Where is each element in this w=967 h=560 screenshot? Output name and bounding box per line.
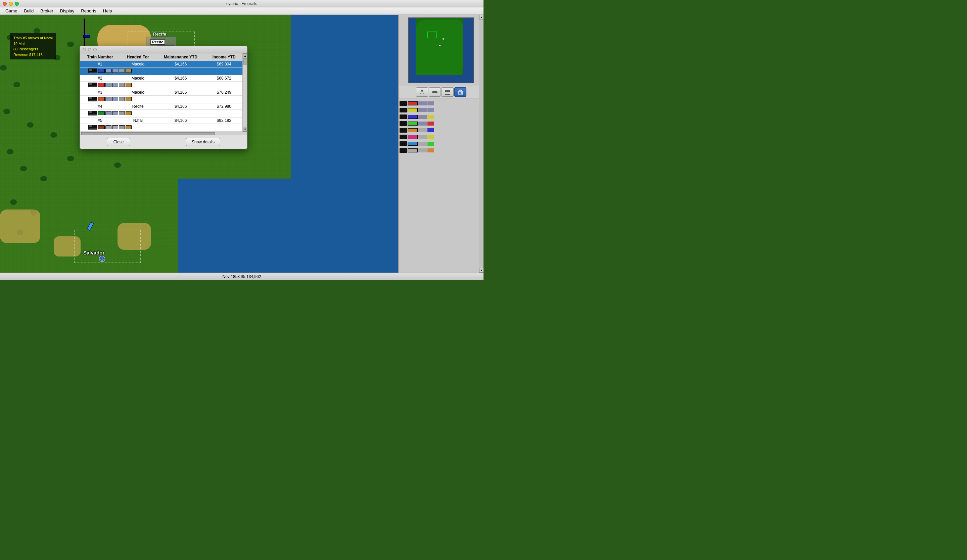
- table-scrollbar[interactable]: ▲ ▼: [243, 53, 247, 132]
- train-income-cell: $60,672: [206, 75, 243, 82]
- scroll-down-arrow[interactable]: ▼: [243, 127, 248, 132]
- dialog-min-dot: [88, 48, 91, 51]
- train-sprite-cell: [80, 68, 243, 75]
- col-headed-for: Headed For: [120, 53, 155, 61]
- svg-rect-2: [433, 91, 434, 92]
- panel-train-row-3: [399, 127, 483, 133]
- table-scroll-area[interactable]: Train Number Headed For Maintenance YTD …: [80, 53, 243, 132]
- menu-help[interactable]: Help: [101, 8, 115, 14]
- table-row[interactable]: #1 Maceio $4,166 $69,804: [80, 61, 243, 68]
- train-income-cell: $70,249: [206, 89, 243, 96]
- panel-btn-2[interactable]: [442, 87, 454, 97]
- scroll-up[interactable]: ▲: [479, 15, 484, 20]
- recife-label: Recife: [153, 31, 166, 36]
- panel-btn-1[interactable]: [429, 87, 441, 97]
- trees-12: [20, 166, 27, 171]
- trees-7: [67, 42, 74, 47]
- panel-train-row-3b: [399, 134, 483, 140]
- notification-line1: Train #5 arrives at Natal: [13, 35, 53, 41]
- menu-display[interactable]: Display: [58, 8, 77, 14]
- menu-build[interactable]: Build: [21, 8, 36, 14]
- window-title: cymric - Freerails: [226, 2, 257, 6]
- panel-btn-3[interactable]: [454, 87, 466, 97]
- train-car-blue: [83, 35, 90, 38]
- mini-map: [408, 18, 474, 83]
- menu-reports[interactable]: Reports: [78, 8, 99, 14]
- maximize-window-button[interactable]: [15, 2, 19, 6]
- train-income-cell: $72,980: [206, 104, 243, 110]
- notification-line3: 80 Passengers: [13, 46, 53, 52]
- right-scrollbar[interactable]: ▲ ▼: [479, 15, 484, 273]
- train-dialog: Train Number Headed For Maintenance YTD …: [79, 46, 248, 149]
- sand-1: [0, 209, 40, 243]
- close-window-button[interactable]: [3, 2, 7, 6]
- trees-5: [13, 82, 20, 87]
- train-sprite-cell: [80, 96, 243, 104]
- train-destination-cell: Recife: [120, 104, 155, 110]
- salvador-label: Salvador: [83, 250, 104, 255]
- notification-line4: Revenue $17,416: [13, 52, 53, 58]
- panel-controls: [399, 86, 484, 98]
- train-sprite-cell: [80, 82, 243, 89]
- scroll-down[interactable]: ▼: [479, 268, 484, 273]
- scroll-thumb[interactable]: [243, 58, 247, 65]
- train-sprite-cell: [80, 110, 243, 117]
- trees-13: [40, 176, 47, 181]
- train-income-cell: $69,804: [206, 61, 243, 68]
- panel-train-row-4b: [399, 147, 483, 153]
- train-maintenance-cell: $4,166: [156, 117, 206, 124]
- recife-tooltip: Recife: [150, 39, 165, 44]
- train-maintenance-cell: $4,166: [156, 89, 206, 96]
- dialog-buttons: Close Show details: [80, 135, 247, 149]
- svg-rect-5: [445, 93, 450, 93]
- close-button[interactable]: Close: [107, 138, 130, 146]
- salvador-icon: ⚓: [99, 256, 105, 262]
- table-train-image-row: [80, 68, 243, 75]
- train-destination-cell: Maceio: [120, 89, 155, 96]
- menu-game[interactable]: Game: [3, 8, 20, 14]
- ocean-south: [178, 179, 398, 273]
- train-number-cell: #4: [80, 104, 120, 110]
- table-wrapper: Train Number Headed For Maintenance YTD …: [80, 53, 247, 132]
- dialog-close-dot: [83, 48, 86, 51]
- col-income: Income YTD: [206, 53, 243, 61]
- train-maintenance-cell: $4,166: [156, 75, 206, 82]
- table-row[interactable]: #5 Natal $4,166 $92,183: [80, 117, 243, 124]
- svg-rect-7: [459, 92, 461, 94]
- mini-map-viewport: [427, 31, 437, 38]
- svg-rect-6: [445, 94, 450, 95]
- dialog-content: Train Number Headed For Maintenance YTD …: [80, 53, 247, 135]
- train-maintenance-cell: $4,166: [156, 104, 206, 110]
- sand-2: [117, 223, 151, 250]
- menu-broker[interactable]: Broker: [38, 8, 56, 14]
- panel-btn-0[interactable]: [416, 87, 428, 97]
- horizontal-scrollbar[interactable]: [80, 132, 247, 135]
- trees-17: [10, 199, 17, 205]
- show-details-button[interactable]: Show details: [186, 138, 220, 146]
- h-scrollbar-thumb[interactable]: [81, 132, 215, 135]
- dialog-max-dot: [93, 48, 97, 51]
- notification-box: Train #5 arrives at Natal 19 Mail 80 Pas…: [10, 33, 56, 59]
- scroll-up-arrow[interactable]: ▲: [243, 53, 248, 58]
- trees-8: [3, 109, 10, 114]
- table-row[interactable]: #4 Recife $4,166 $72,980: [80, 104, 243, 110]
- panel-train-row-2: [399, 114, 483, 120]
- table-row[interactable]: #2 Maceio $4,166 $60,672: [80, 75, 243, 82]
- train-destination-cell: Maceio: [120, 75, 155, 82]
- panel-train-row-2b: [399, 120, 483, 127]
- table-row[interactable]: #3 Maceio $4,166 $70,249: [80, 89, 243, 96]
- train-number-cell: #5: [80, 117, 120, 124]
- svg-rect-3: [445, 90, 450, 91]
- col-maintenance: Maintenance YTD: [156, 53, 206, 61]
- svg-rect-4: [445, 91, 450, 92]
- menu-bar: Game Build Broker Display Reports Help: [0, 7, 484, 15]
- table-train-image-row: [80, 82, 243, 89]
- train-number-cell: #1: [80, 61, 120, 68]
- status-text: Nov 1853 $5,134,962: [223, 274, 261, 279]
- panel-train-row-4: [399, 141, 483, 147]
- title-bar: cymric - Freerails: [0, 0, 484, 7]
- minimize-window-button[interactable]: [9, 2, 13, 6]
- table-train-image-row: [80, 110, 243, 117]
- trees-16: [114, 163, 121, 168]
- panel-train-row-1b: [399, 107, 483, 113]
